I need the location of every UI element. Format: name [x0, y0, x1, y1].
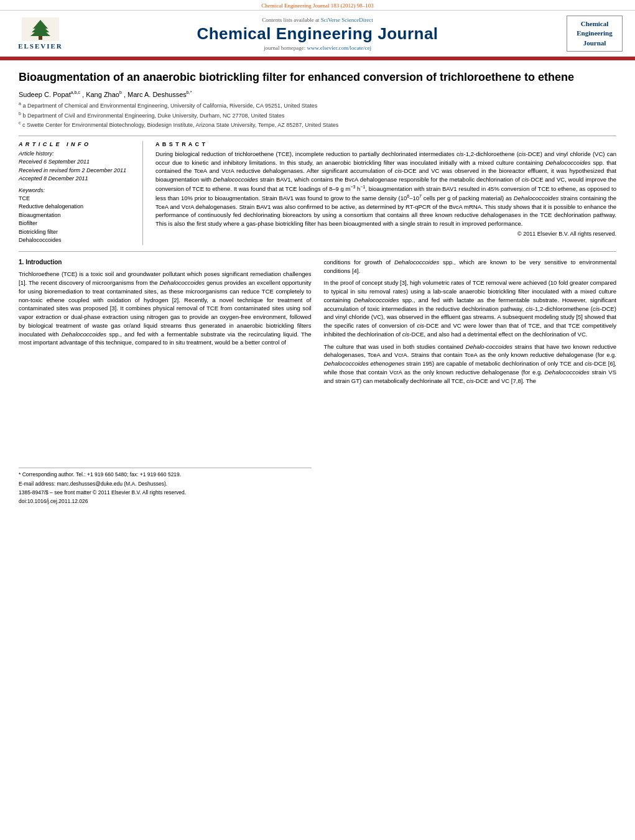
affiliations: a a Department of Chemical and Environme… — [19, 101, 616, 129]
author2-name: , Kang Zhao — [82, 91, 119, 98]
section-divider — [19, 251, 616, 252]
elsevier-text-label: ELSEVIER — [18, 42, 63, 50]
intro-para-1: Trichloroethene (TCE) is a toxic soil an… — [19, 270, 312, 347]
article-history-block: Article history: Received 6 September 20… — [19, 150, 136, 183]
journal-homepage: journal homepage: www.elsevier.com/locat… — [264, 45, 371, 51]
footnote-area: * Corresponding author. Tel.: +1 919 660… — [19, 468, 312, 505]
footnote-doi: doi:10.1016/j.cej.2011.12.026 — [19, 497, 312, 505]
keywords-list: TCE Reductive dehalogenation Bioaugmenta… — [19, 195, 136, 245]
history-label: Article history: — [19, 150, 136, 159]
journal-bar: Chemical Engineering Journal 183 (2012) … — [0, 0, 635, 11]
copyright-line: © 2011 Elsevier B.V. All rights reserved… — [155, 231, 616, 237]
accepted-date: Accepted 8 December 2011 — [19, 175, 136, 183]
right-para-1: conditions for growth of Dehalococcoides… — [324, 258, 617, 275]
header-area: ELSEVIER Contents lists available at Sci… — [0, 11, 635, 58]
page: Chemical Engineering Journal 183 (2012) … — [0, 0, 635, 840]
keyword-5: Biotrickling filter — [19, 228, 136, 237]
affil-1: a a Department of Chemical and Environme… — [19, 101, 616, 110]
keywords-label: Keywords: — [19, 187, 136, 193]
abstract-title: A B S T R A C T — [155, 141, 616, 147]
sidebar-journal-line1: Chemical — [581, 19, 609, 29]
homepage-link[interactable]: www.elsevier.com/locate/cej — [307, 45, 371, 51]
author1-sup: a,b,c — [71, 90, 80, 95]
keyword-1: TCE — [19, 195, 136, 203]
homepage-label: journal homepage: — [264, 45, 307, 51]
keyword-3: Bioaugmentation — [19, 211, 136, 220]
affil3-sup: c — [19, 121, 21, 125]
intro-number: 1. — [19, 259, 24, 265]
affil2-sup: b — [19, 111, 21, 116]
article-info-panel: A R T I C L E I N F O Article history: R… — [19, 141, 143, 245]
elsevier-logo: ELSEVIER — [16, 17, 65, 51]
body-col-right: conditions for growth of Dehalococcoides… — [324, 258, 617, 507]
journal-title: Chemical Engineering Journal — [197, 24, 438, 44]
affil3-text: c Swette Center for Environmental Biotec… — [22, 122, 338, 128]
article-title: Bioaugmentation of an anaerobic biotrick… — [19, 70, 616, 85]
elsevier-logo-area: ELSEVIER — [12, 16, 68, 52]
author3-sup: b,* — [187, 90, 192, 95]
affil1-text: a Department of Chemical and Environment… — [22, 103, 317, 109]
authors-line: Sudeep C. Popata,b,c , Kang Zhaob , Marc… — [19, 90, 616, 98]
keyword-6: Dehalococcoides — [19, 236, 136, 245]
info-columns: A R T I C L E I N F O Article history: R… — [19, 136, 616, 245]
main-content: Bioaugmentation of an anaerobic biotrick… — [0, 60, 635, 515]
sidebar-journal-line3: Journal — [583, 39, 606, 48]
contents-text: Contents lists available at — [262, 17, 320, 23]
right-para-2: In the proof of concept study [3], high … — [324, 279, 617, 338]
intro-title: Introduction — [25, 259, 62, 265]
sidebar-journal-line2: Engineering — [577, 29, 612, 38]
body-columns: 1. Introduction Trichloroethene (TCE) is… — [19, 258, 616, 507]
right-para-3: The culture that was used in both studie… — [324, 343, 617, 385]
affil2-text: b Department of Civil and Environmental … — [22, 113, 284, 119]
article-info-title: A R T I C L E I N F O — [19, 141, 136, 147]
author3-name: , Marc A. Deshusses — [124, 91, 187, 98]
received-date: Received 6 September 2011 — [19, 158, 136, 167]
journal-citation: Chemical Engineering Journal 183 (2012) … — [261, 2, 374, 9]
intro-heading: 1. Introduction — [19, 258, 312, 267]
author-names: Sudeep C. Popat — [19, 91, 71, 98]
affil1-sup: a — [19, 101, 21, 106]
sciverse-link[interactable]: SciVerse ScienceDirect — [321, 17, 373, 23]
header-right-journal-name: Chemical Engineering Journal — [567, 16, 623, 52]
elsevier-tree-icon — [22, 17, 59, 41]
sciverse-line: Contents lists available at SciVerse Sci… — [262, 17, 373, 23]
header-center: Contents lists available at SciVerse Sci… — [75, 16, 560, 52]
abstract-text: During biological reduction of trichloro… — [155, 150, 616, 228]
footnote-corresponding: * Corresponding author. Tel.: +1 919 660… — [19, 471, 312, 478]
abstract-section: A B S T R A C T During biological reduct… — [155, 141, 616, 245]
revised-date: Received in revised form 2 December 2011 — [19, 167, 136, 175]
keyword-2: Reductive dehalogenation — [19, 203, 136, 211]
author2-sup: b — [119, 90, 122, 95]
affil-3: c c Swette Center for Environmental Biot… — [19, 120, 616, 129]
footnote-issn: 1385-8947/$ – see front matter © 2011 El… — [19, 489, 312, 496]
affil-2: b b Department of Civil and Environmenta… — [19, 111, 616, 120]
footnote-email: E-mail address: marc.deshusses@duke.edu … — [19, 480, 312, 487]
keyword-4: Biofilter — [19, 219, 136, 228]
body-col-left: 1. Introduction Trichloroethene (TCE) is… — [19, 258, 312, 507]
